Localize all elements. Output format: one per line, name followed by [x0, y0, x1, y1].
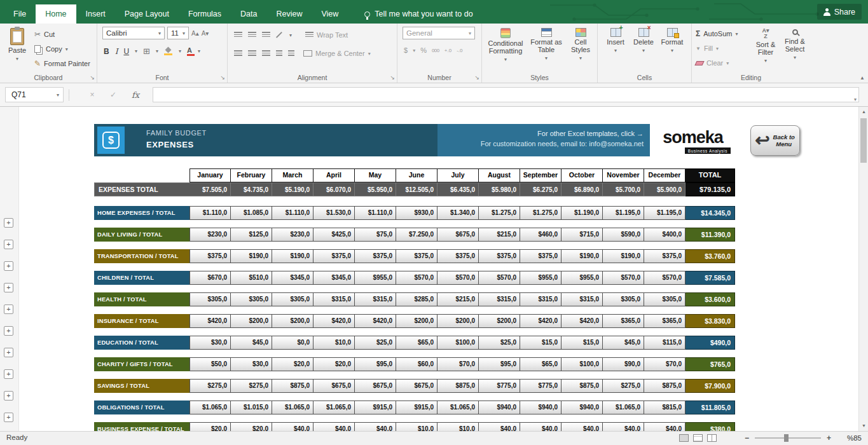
align-center-icon[interactable]	[248, 50, 256, 57]
month-value-cell[interactable]: $190,0	[561, 249, 603, 263]
month-value-cell[interactable]: $1.275,0	[520, 206, 561, 220]
month-value-cell[interactable]: $45,0	[231, 336, 272, 350]
month-value-cell[interactable]: $570,0	[479, 271, 520, 285]
month-value-cell[interactable]: $70,0	[437, 357, 479, 371]
cut-button[interactable]: ✂ Cut	[34, 28, 90, 41]
month-value-cell[interactable]: $45,0	[603, 336, 644, 350]
month-value-cell[interactable]: $570,0	[603, 271, 644, 285]
format-as-table-button[interactable]: Format as Table ▾	[528, 26, 565, 68]
month-value-cell[interactable]: $955,0	[520, 271, 561, 285]
month-value-cell[interactable]: $420,0	[189, 314, 231, 328]
collapse-ribbon-icon[interactable]: ▲	[860, 75, 865, 81]
month-value-cell[interactable]: $65,0	[520, 357, 561, 371]
clear-button[interactable]: Clear ▾	[696, 57, 738, 69]
fill-button[interactable]: ▼ Fill ▾	[696, 42, 738, 55]
month-value-cell[interactable]: $200,0	[396, 314, 437, 328]
month-value-cell[interactable]: $15,0	[561, 336, 603, 350]
month-value-cell[interactable]: $10,0	[396, 422, 437, 431]
category-label[interactable]: BUSINESS EXPENSE / TOTAL	[94, 422, 189, 431]
wrap-text-button[interactable]: Wrap Text	[305, 29, 348, 41]
month-header-cell[interactable]: May	[355, 168, 396, 182]
month-value-cell[interactable]: $200,0	[437, 314, 479, 328]
banner-info-line1[interactable]: For other Excel templates, click →	[437, 130, 644, 137]
expenses-total-value[interactable]: $6.890,0	[561, 182, 603, 196]
month-value-cell[interactable]: $305,0	[603, 292, 644, 306]
month-value-cell[interactable]: $875,0	[561, 379, 603, 393]
month-value-cell[interactable]: $25,0	[355, 336, 396, 350]
month-value-cell[interactable]: $20,0	[272, 357, 313, 371]
autosum-button[interactable]: Σ AutoSum ▾	[696, 27, 738, 40]
month-value-cell[interactable]: $940,0	[479, 400, 520, 414]
month-value-cell[interactable]: $20,0	[189, 422, 231, 431]
month-value-cell[interactable]: $75,0	[355, 228, 396, 242]
month-value-cell[interactable]: $1.190,0	[561, 206, 603, 220]
month-value-cell[interactable]: $1.065,0	[189, 400, 231, 414]
month-value-cell[interactable]: $315,0	[479, 292, 520, 306]
category-label[interactable]: DAILY LIVING / TOTAL	[94, 228, 189, 242]
tab-review[interactable]: Review	[266, 4, 312, 24]
page-break-view-icon[interactable]	[707, 434, 717, 442]
expenses-total-value[interactable]: $6.070,0	[313, 182, 355, 196]
month-header-cell[interactable]: June	[396, 168, 437, 182]
name-box[interactable]: Q71 ▾	[5, 87, 64, 102]
month-value-cell[interactable]: $190,0	[231, 249, 272, 263]
conditional-formatting-button[interactable]: Conditional Formatting ▾	[485, 26, 527, 68]
formula-input[interactable]: ▾	[153, 87, 859, 102]
month-value-cell[interactable]: $40,0	[520, 422, 561, 431]
month-value-cell[interactable]: $40,0	[272, 422, 313, 431]
month-header-cell[interactable]: September	[520, 168, 561, 182]
month-value-cell[interactable]: $125,0	[231, 228, 272, 242]
month-value-cell[interactable]: $365,0	[644, 314, 685, 328]
month-value-cell[interactable]: $815,0	[644, 400, 685, 414]
category-total-cell[interactable]: $380,0	[685, 422, 735, 431]
zoom-in-icon[interactable]: +	[827, 434, 831, 442]
zoom-out-icon[interactable]: −	[745, 434, 749, 442]
category-total-cell[interactable]: $3.830,0	[685, 314, 735, 328]
category-label[interactable]: INSURANCE / TOTAL	[94, 314, 189, 328]
dialog-launcher-icon[interactable]: ↘	[90, 74, 95, 81]
align-bottom-icon[interactable]	[262, 32, 270, 38]
dialog-launcher-icon[interactable]: ↘	[390, 74, 395, 81]
expenses-total-value[interactable]: $12.505,0	[396, 182, 437, 196]
align-top-icon[interactable]	[234, 32, 242, 38]
month-value-cell[interactable]: $375,0	[355, 249, 396, 263]
month-value-cell[interactable]: $670,0	[189, 271, 231, 285]
outline-expand-button[interactable]: +	[4, 218, 13, 228]
percent-style-icon[interactable]: %	[420, 46, 427, 54]
month-header-cell[interactable]: July	[437, 168, 479, 182]
month-value-cell[interactable]: $570,0	[396, 271, 437, 285]
back-to-menu-button[interactable]: ↩ Back to Menu	[750, 125, 800, 156]
month-value-cell[interactable]: $60,0	[396, 357, 437, 371]
category-label[interactable]: CHILDREN / TOTAL	[94, 271, 189, 285]
month-value-cell[interactable]: $400,0	[644, 228, 685, 242]
outline-expand-button[interactable]: +	[4, 261, 13, 271]
month-value-cell[interactable]: $30,0	[231, 357, 272, 371]
month-value-cell[interactable]: $40,0	[355, 422, 396, 431]
category-total-cell[interactable]: $11.390,0	[685, 228, 735, 242]
month-value-cell[interactable]: $10,0	[313, 336, 355, 350]
month-value-cell[interactable]: $570,0	[437, 271, 479, 285]
month-value-cell[interactable]: $915,0	[355, 400, 396, 414]
expenses-total-value[interactable]: $4.735,0	[231, 182, 272, 196]
outline-expand-button[interactable]: +	[4, 348, 13, 357]
enter-button[interactable]: ✓	[105, 87, 121, 102]
month-value-cell[interactable]: $675,0	[313, 379, 355, 393]
cancel-button[interactable]: ×	[84, 87, 100, 102]
month-value-cell[interactable]: $1.015,0	[231, 400, 272, 414]
month-value-cell[interactable]: $200,0	[479, 314, 520, 328]
number-format-select[interactable]: General ▾	[403, 27, 475, 39]
month-value-cell[interactable]: $875,0	[272, 379, 313, 393]
find-select-button[interactable]: Find & Select ▾	[781, 26, 809, 68]
month-value-cell[interactable]: $570,0	[644, 271, 685, 285]
outline-expand-button[interactable]: +	[4, 240, 13, 249]
month-value-cell[interactable]: $10,0	[437, 422, 479, 431]
outline-expand-button[interactable]: +	[4, 305, 13, 314]
category-label[interactable]: CHARITY / GIFTS / TOTAL	[94, 357, 189, 371]
align-left-icon[interactable]	[234, 50, 242, 57]
month-header-cell[interactable]: November	[603, 168, 644, 182]
outline-expand-button[interactable]: +	[4, 369, 13, 379]
month-value-cell[interactable]: $875,0	[644, 379, 685, 393]
month-value-cell[interactable]: $940,0	[561, 400, 603, 414]
share-button[interactable]: Share	[817, 4, 862, 20]
expenses-total-value[interactable]: $7.505,0	[189, 182, 231, 196]
